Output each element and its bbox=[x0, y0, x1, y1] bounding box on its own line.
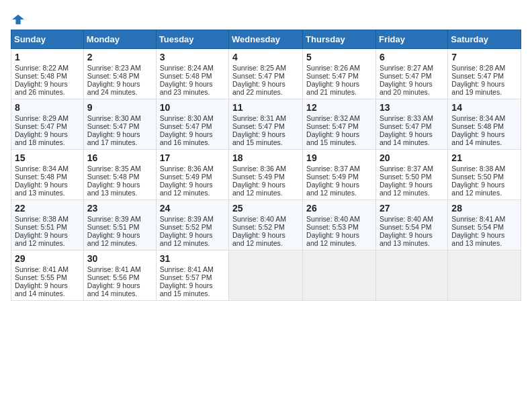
weekday-header-sunday: Sunday bbox=[11, 30, 84, 49]
weekday-header-thursday: Thursday bbox=[303, 30, 376, 49]
calendar-cell: 24Sunrise: 8:39 AMSunset: 5:52 PMDayligh… bbox=[156, 200, 228, 250]
day-number: 21 bbox=[451, 152, 517, 163]
daylight-text: Daylight: 9 hours and 12 minutes. bbox=[380, 181, 444, 197]
calendar-cell: 16Sunrise: 8:35 AMSunset: 5:48 PMDayligh… bbox=[83, 150, 156, 200]
calendar-table: SundayMondayTuesdayWednesdayThursdayFrid… bbox=[11, 30, 521, 301]
sunset-text: Sunset: 5:50 PM bbox=[451, 173, 517, 181]
sunrise-text: Sunrise: 8:41 AM bbox=[87, 265, 152, 273]
logo-bird-icon bbox=[12, 13, 24, 26]
sunset-text: Sunset: 5:51 PM bbox=[15, 223, 80, 231]
sunrise-text: Sunrise: 8:37 AM bbox=[380, 165, 444, 173]
calendar-week-row: 29Sunrise: 8:41 AMSunset: 5:55 PMDayligh… bbox=[11, 250, 521, 301]
day-number: 5 bbox=[306, 52, 372, 62]
calendar-cell: 15Sunrise: 8:34 AMSunset: 5:48 PMDayligh… bbox=[11, 150, 84, 200]
daylight-text: Daylight: 9 hours and 15 minutes. bbox=[232, 130, 299, 146]
calendar-week-row: 22Sunrise: 8:38 AMSunset: 5:51 PMDayligh… bbox=[11, 200, 521, 250]
calendar-cell: 29Sunrise: 8:41 AMSunset: 5:55 PMDayligh… bbox=[11, 250, 84, 301]
daylight-text: Daylight: 9 hours and 13 minutes. bbox=[15, 181, 80, 197]
day-number: 9 bbox=[87, 102, 152, 113]
daylight-text: Daylight: 9 hours and 12 minutes. bbox=[87, 231, 152, 247]
sunrise-text: Sunrise: 8:34 AM bbox=[451, 114, 517, 122]
daylight-text: Daylight: 9 hours and 13 minutes. bbox=[87, 181, 152, 197]
calendar-cell: 11Sunrise: 8:31 AMSunset: 5:47 PMDayligh… bbox=[229, 99, 303, 150]
calendar-cell: 7Sunrise: 8:28 AMSunset: 5:47 PMDaylight… bbox=[448, 49, 521, 99]
daylight-text: Daylight: 9 hours and 14 minutes. bbox=[15, 281, 80, 298]
day-number: 28 bbox=[451, 203, 517, 214]
sunrise-text: Sunrise: 8:34 AM bbox=[15, 165, 80, 173]
calendar-cell bbox=[375, 250, 447, 301]
calendar-cell: 6Sunrise: 8:27 AMSunset: 5:47 PMDaylight… bbox=[375, 49, 447, 99]
daylight-text: Daylight: 9 hours and 21 minutes. bbox=[306, 80, 372, 96]
daylight-text: Daylight: 9 hours and 12 minutes. bbox=[232, 231, 299, 247]
day-number: 20 bbox=[380, 152, 444, 163]
day-number: 26 bbox=[306, 203, 372, 214]
sunset-text: Sunset: 5:48 PM bbox=[87, 173, 152, 181]
daylight-text: Daylight: 9 hours and 22 minutes. bbox=[232, 80, 299, 96]
day-number: 24 bbox=[160, 203, 225, 214]
daylight-text: Daylight: 9 hours and 18 minutes. bbox=[15, 130, 80, 146]
daylight-text: Daylight: 9 hours and 12 minutes. bbox=[160, 181, 225, 197]
sunset-text: Sunset: 5:54 PM bbox=[451, 223, 517, 231]
sunset-text: Sunset: 5:49 PM bbox=[160, 173, 225, 181]
sunset-text: Sunset: 5:52 PM bbox=[232, 223, 299, 231]
day-number: 23 bbox=[87, 203, 152, 214]
sunset-text: Sunset: 5:51 PM bbox=[87, 223, 152, 231]
daylight-text: Daylight: 9 hours and 17 minutes. bbox=[87, 130, 152, 146]
sunrise-text: Sunrise: 8:24 AM bbox=[160, 64, 225, 72]
calendar-cell: 20Sunrise: 8:37 AMSunset: 5:50 PMDayligh… bbox=[375, 150, 447, 200]
calendar-cell bbox=[229, 250, 303, 301]
sunset-text: Sunset: 5:47 PM bbox=[87, 122, 152, 130]
daylight-text: Daylight: 9 hours and 14 minutes. bbox=[380, 130, 444, 146]
day-number: 29 bbox=[15, 253, 80, 264]
sunrise-text: Sunrise: 8:36 AM bbox=[160, 165, 225, 173]
day-number: 8 bbox=[15, 102, 80, 113]
sunrise-text: Sunrise: 8:29 AM bbox=[15, 114, 80, 122]
calendar-cell bbox=[448, 250, 521, 301]
sunset-text: Sunset: 5:47 PM bbox=[15, 122, 80, 130]
sunrise-text: Sunrise: 8:38 AM bbox=[451, 165, 517, 173]
sunrise-text: Sunrise: 8:32 AM bbox=[306, 114, 372, 122]
day-number: 2 bbox=[87, 52, 152, 62]
day-number: 7 bbox=[451, 52, 517, 62]
svg-marker-0 bbox=[12, 15, 24, 24]
day-number: 14 bbox=[451, 102, 517, 113]
calendar-cell: 10Sunrise: 8:30 AMSunset: 5:47 PMDayligh… bbox=[156, 99, 228, 150]
sunrise-text: Sunrise: 8:33 AM bbox=[380, 114, 444, 122]
daylight-text: Daylight: 9 hours and 14 minutes. bbox=[451, 130, 517, 146]
calendar-cell: 2Sunrise: 8:23 AMSunset: 5:48 PMDaylight… bbox=[83, 49, 156, 99]
sunrise-text: Sunrise: 8:28 AM bbox=[451, 64, 517, 72]
daylight-text: Daylight: 9 hours and 12 minutes. bbox=[451, 181, 517, 197]
daylight-text: Daylight: 9 hours and 26 minutes. bbox=[15, 80, 80, 96]
daylight-text: Daylight: 9 hours and 24 minutes. bbox=[87, 80, 152, 96]
sunset-text: Sunset: 5:48 PM bbox=[160, 72, 225, 80]
sunrise-text: Sunrise: 8:41 AM bbox=[15, 265, 80, 273]
calendar-cell: 5Sunrise: 8:26 AMSunset: 5:47 PMDaylight… bbox=[303, 49, 376, 99]
logo bbox=[11, 13, 24, 24]
sunrise-text: Sunrise: 8:31 AM bbox=[232, 114, 299, 122]
daylight-text: Daylight: 9 hours and 12 minutes. bbox=[306, 231, 372, 247]
sunrise-text: Sunrise: 8:41 AM bbox=[160, 265, 225, 273]
calendar-week-row: 1Sunrise: 8:22 AMSunset: 5:48 PMDaylight… bbox=[11, 49, 521, 99]
day-number: 18 bbox=[232, 152, 299, 163]
daylight-text: Daylight: 9 hours and 13 minutes. bbox=[451, 231, 517, 247]
sunrise-text: Sunrise: 8:23 AM bbox=[87, 64, 152, 72]
daylight-text: Daylight: 9 hours and 12 minutes. bbox=[232, 181, 299, 197]
day-number: 16 bbox=[87, 152, 152, 163]
calendar-week-row: 8Sunrise: 8:29 AMSunset: 5:47 PMDaylight… bbox=[11, 99, 521, 150]
daylight-text: Daylight: 9 hours and 23 minutes. bbox=[160, 80, 225, 96]
day-number: 27 bbox=[380, 203, 444, 214]
day-number: 22 bbox=[15, 203, 80, 214]
calendar-cell: 26Sunrise: 8:40 AMSunset: 5:53 PMDayligh… bbox=[303, 200, 376, 250]
sunset-text: Sunset: 5:53 PM bbox=[306, 223, 372, 231]
sunset-text: Sunset: 5:56 PM bbox=[87, 273, 152, 281]
sunrise-text: Sunrise: 8:38 AM bbox=[15, 215, 80, 223]
calendar-cell: 21Sunrise: 8:38 AMSunset: 5:50 PMDayligh… bbox=[448, 150, 521, 200]
calendar-cell: 22Sunrise: 8:38 AMSunset: 5:51 PMDayligh… bbox=[11, 200, 84, 250]
calendar-cell: 28Sunrise: 8:41 AMSunset: 5:54 PMDayligh… bbox=[448, 200, 521, 250]
daylight-text: Daylight: 9 hours and 13 minutes. bbox=[380, 231, 444, 247]
sunrise-text: Sunrise: 8:36 AM bbox=[232, 165, 299, 173]
calendar-cell: 4Sunrise: 8:25 AMSunset: 5:47 PMDaylight… bbox=[229, 49, 303, 99]
sunrise-text: Sunrise: 8:30 AM bbox=[160, 114, 225, 122]
sunrise-text: Sunrise: 8:40 AM bbox=[306, 215, 372, 223]
sunset-text: Sunset: 5:47 PM bbox=[232, 122, 299, 130]
